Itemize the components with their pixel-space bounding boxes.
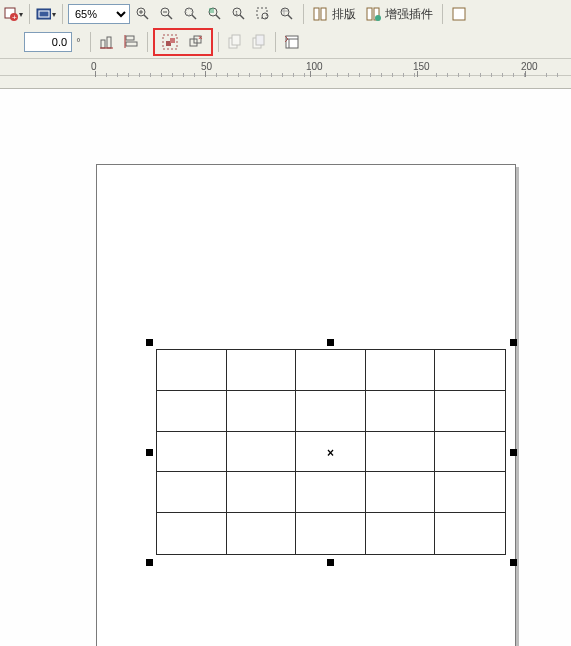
v-align-icon [123,34,139,50]
new-object-button[interactable]: + ▾ [2,3,24,25]
resize-handle-nw[interactable] [146,339,153,346]
chevron-down-icon: ▾ [19,10,23,19]
zoom-100-button[interactable]: 1 [228,3,250,25]
svg-rect-45 [253,38,261,48]
remove-group-button[interactable]: × [185,31,207,53]
ruler-tick: 50 [201,61,212,72]
zoom-out-icon [159,6,175,22]
svg-rect-25 [314,8,319,20]
toolbar-row-2: 0 ° × [0,28,571,56]
center-marker: × [327,446,334,460]
svg-rect-39 [170,38,175,43]
zoom-selection-button[interactable] [204,3,226,25]
ruler-tick: 200 [521,61,538,72]
svg-rect-30 [453,8,465,20]
zoom-fit-icon [183,6,199,22]
chevron-down-icon: ▾ [52,10,56,19]
v-align-button[interactable] [120,31,142,53]
svg-rect-31 [101,40,105,48]
separator [303,4,304,24]
svg-line-19 [240,15,244,19]
misc-icon [451,6,467,22]
horizontal-ruler: 0 50 100 150 200 [0,58,571,76]
copy-icon [227,34,243,50]
resize-handle-w[interactable] [146,449,153,456]
resize-handle-e[interactable] [510,449,517,456]
toolbar-row-1: + ▾ ▾ 65% 1 排版 增强插件 [0,0,571,28]
zoom-select[interactable]: 65% [68,4,130,24]
svg-point-23 [281,8,289,16]
zoom-1-icon: 1 [231,6,247,22]
svg-point-29 [375,15,381,21]
preview-icon [284,34,300,50]
svg-rect-35 [126,42,137,46]
pan-icon [279,6,295,22]
h-align-icon [99,34,115,50]
svg-line-16 [216,15,220,19]
separator [62,4,63,24]
rotation-input[interactable] [24,32,72,52]
svg-rect-17 [209,8,214,13]
paste-button [248,31,270,53]
svg-rect-34 [126,36,134,40]
resize-handle-n[interactable] [327,339,334,346]
svg-rect-27 [367,8,372,20]
ungroup-icon [162,34,178,50]
misc-button[interactable] [448,3,470,25]
enhance-label: 增强插件 [385,6,433,23]
svg-rect-26 [321,8,326,20]
svg-line-13 [192,15,196,19]
resize-handle-sw[interactable] [146,559,153,566]
highlighted-tools: × [153,28,213,56]
svg-rect-44 [232,35,240,45]
zoom-out-button[interactable] [156,3,178,25]
ruler-tick: 100 [306,61,323,72]
zoom-fit-button[interactable] [180,3,202,25]
degree-symbol: ° [76,36,80,48]
remove-group-icon: × [188,34,204,50]
h-align-button[interactable] [96,31,118,53]
marquee-zoom-button[interactable] [252,3,274,25]
svg-line-6 [144,15,148,19]
layout-label: 排版 [332,6,356,23]
zoom-in-button[interactable] [132,3,154,25]
separator [275,32,276,52]
svg-line-24 [288,15,292,19]
svg-rect-14 [186,9,192,15]
separator [147,32,148,52]
layout-button[interactable]: 排版 [309,3,360,25]
svg-rect-47 [286,36,298,48]
preview-button[interactable] [281,31,303,53]
resize-handle-se[interactable] [510,559,517,566]
enhance-plugin-button[interactable]: 增强插件 [362,3,437,25]
ungroup-button[interactable] [159,31,181,53]
separator [29,4,30,24]
separator [442,4,443,24]
svg-text:1: 1 [235,10,239,16]
zoom-selection-icon [207,6,223,22]
resize-handle-ne[interactable] [510,339,517,346]
svg-text:×: × [198,34,203,42]
resize-handle-s[interactable] [327,559,334,566]
frame-button[interactable]: ▾ [35,3,57,25]
marquee-icon [255,6,271,22]
zoom-in-icon [135,6,151,22]
paste-icon [251,34,267,50]
svg-rect-32 [107,37,111,48]
plugin-icon [366,6,382,22]
separator [90,32,91,52]
svg-line-10 [168,15,172,19]
separator [218,32,219,52]
ruler-tick: 150 [413,61,430,72]
svg-rect-46 [256,35,264,45]
copy-button [224,31,246,53]
svg-rect-43 [229,38,237,48]
canvas-area[interactable]: × [0,88,571,646]
svg-text:+: + [12,13,17,22]
pan-button[interactable] [276,3,298,25]
layout-icon [313,6,329,22]
